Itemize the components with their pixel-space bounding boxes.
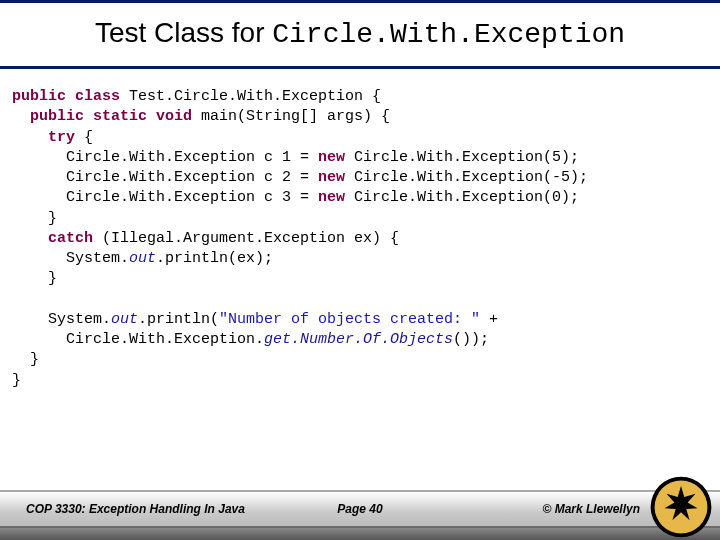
code-text: Circle.With.Exception(0); [345,189,579,206]
code-italic: out [111,311,138,328]
code-kw: new [318,169,345,186]
code-text: + [480,311,498,328]
footer-page-text: Page 40 [337,502,382,516]
code-text: .println(ex); [156,250,273,267]
code-text: main(String[] args) { [192,108,390,125]
code-text: Circle.With.Exception c 2 = [12,169,318,186]
code-kw: new [318,149,345,166]
code-text: } [12,210,57,227]
code-text: (Illegal.Argument.Exception ex) { [93,230,399,247]
code-text: Test.Circle.With.Exception { [120,88,381,105]
code-kw: public [12,88,66,105]
code-italic: get.Number.Of.Objects [264,331,453,348]
footer-bar: COP 3330: Exception Handling In Java Pag… [0,490,720,528]
code-text: } [12,351,39,368]
code-text: Circle.With.Exception. [12,331,264,348]
code-text: ()); [453,331,489,348]
footer: COP 3330: Exception Handling In Java Pag… [0,490,720,540]
code-text: System. [12,311,111,328]
code-text: System. [12,250,129,267]
code-text: Circle.With.Exception c 1 = [12,149,318,166]
code-text: Circle.With.Exception(-5); [345,169,588,186]
title-mono: Circle.With.Exception [272,19,625,50]
code-string: "Number of objects created: " [219,311,480,328]
footer-copyright: © Mark Llewellyn [542,502,640,516]
code-kw: public [12,108,84,125]
code-text: Circle.With.Exception c 3 = [12,189,318,206]
ucf-logo-icon [648,474,714,540]
code-italic: out [129,250,156,267]
code-kw: void [147,108,192,125]
code-text: } [12,372,21,389]
title-plain: Test Class for [95,17,272,48]
footer-bottom-bar [0,528,720,540]
code-text: .println( [138,311,219,328]
code-kw: try [12,129,75,146]
code-kw: new [318,189,345,206]
code-text: } [12,270,57,287]
code-block: public class Test.Circle.With.Exception … [0,69,720,540]
slide-title: Test Class for Circle.With.Exception [0,3,720,62]
code-kw: catch [12,230,93,247]
code-kw: static [84,108,147,125]
code-text: { [75,129,93,146]
code-text: Circle.With.Exception(5); [345,149,579,166]
code-kw: class [66,88,120,105]
